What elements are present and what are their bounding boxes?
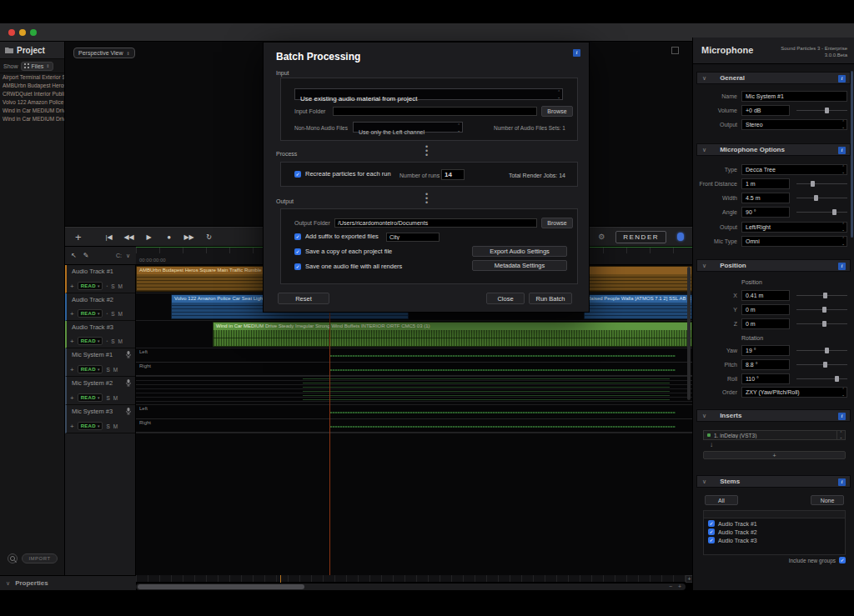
reset-button[interactable]: Reset <box>278 293 329 304</box>
file-list-item[interactable]: Volvo 122 Amazon Police C <box>0 98 64 107</box>
solo-button[interactable]: S <box>111 311 114 317</box>
checkbox-checked-icon[interactable]: ✓ <box>294 263 301 270</box>
checkbox-checked-icon[interactable]: ✓ <box>294 171 301 178</box>
x-slider[interactable] <box>796 293 847 298</box>
input-folder-field[interactable] <box>333 107 537 116</box>
checkbox-checked-icon[interactable]: ✓ <box>708 537 715 543</box>
run-batch-button[interactable]: Run Batch <box>529 293 572 304</box>
channel-lane[interactable]: Left <box>136 405 692 419</box>
info-icon[interactable]: i <box>838 75 846 83</box>
input-source-dropdown[interactable]: Use existing audio material from project… <box>294 88 563 100</box>
automation-read-button[interactable]: READ▾ <box>78 309 103 318</box>
automation-read-button[interactable]: READ▾ <box>78 282 103 290</box>
section-header-position[interactable]: ∨ Position i <box>696 259 851 272</box>
recreate-particles-checkbox-row[interactable]: ✓ Recreate particles for each run <box>294 170 391 178</box>
close-window-button[interactable] <box>8 29 15 36</box>
rotation-order-dropdown[interactable]: ZXY (Yaw/Pitch/Roll)⌃⌄ <box>741 387 847 398</box>
solo-button[interactable]: S <box>111 283 114 289</box>
settings-gear-icon[interactable]: ⚙ <box>598 233 605 241</box>
track-header-audio-2[interactable]: Audio Track #2 + READ▾ • S M <box>65 293 135 321</box>
zoom-in-icon[interactable]: + <box>678 583 681 590</box>
stems-none-button[interactable]: None <box>811 495 844 505</box>
zoom-out-icon[interactable]: − <box>669 583 672 590</box>
scrollbar-thumb[interactable] <box>138 584 304 589</box>
width-slider[interactable] <box>796 195 847 201</box>
info-icon[interactable]: i <box>838 147 846 154</box>
info-icon[interactable]: i <box>573 49 580 57</box>
track-header-mic-2[interactable]: Mic System #2 + READ▾ S M <box>65 377 135 405</box>
record-button[interactable]: ● <box>163 233 175 241</box>
add-automation-button[interactable]: + <box>70 283 74 290</box>
chevron-down-icon[interactable]: ∨ <box>702 147 706 153</box>
view-selector-dropdown[interactable]: Perspective View ⇕ <box>73 48 135 58</box>
automation-mode-dropdown[interactable]: C: <box>116 253 122 259</box>
draw-tool-icon[interactable]: ✎ <box>83 252 89 259</box>
play-button[interactable]: ▶ <box>143 233 155 241</box>
cursor-tool-icon[interactable]: ↖ <box>71 252 77 259</box>
files-dropdown[interactable]: Files ⇕ <box>21 62 53 71</box>
z-slider[interactable] <box>796 321 847 327</box>
expand-view-icon[interactable] <box>671 47 679 54</box>
file-list-item[interactable]: Wind in Car MEDIUM Drive <box>0 115 64 123</box>
automation-read-button[interactable]: READ▾ <box>78 365 103 373</box>
save-copy-checkbox-row[interactable]: ✓ Save a copy of each project file <box>294 248 392 255</box>
volume-field[interactable]: +0 dB <box>741 105 790 116</box>
stems-all-button[interactable]: All <box>705 495 738 505</box>
add-automation-button[interactable]: + <box>70 338 74 345</box>
add-automation-button[interactable]: + <box>70 394 74 402</box>
output-browse-button[interactable]: Browse <box>541 218 573 228</box>
mic-name-field[interactable]: Mic System #1 <box>741 91 847 102</box>
y-slider[interactable] <box>796 307 847 313</box>
chevron-down-icon[interactable]: ∨ <box>126 253 130 259</box>
loop-button[interactable]: ↻ <box>203 233 215 241</box>
channel-lane[interactable]: Left <box>136 348 692 363</box>
volume-slider[interactable] <box>796 108 847 113</box>
chevron-down-icon[interactable]: ∨ <box>702 413 706 419</box>
more-options-icon[interactable]: ••• <box>425 193 428 205</box>
checkbox-checked-icon[interactable]: ✓ <box>708 520 715 527</box>
mic-type-dropdown[interactable]: Decca Tree⌃⌄ <box>741 164 847 175</box>
save-one-file-checkbox-row[interactable]: ✓ Save one audio file with all renders <box>294 263 402 270</box>
roll-slider[interactable] <box>796 376 847 382</box>
angle-slider[interactable] <box>796 209 847 215</box>
yaw-field[interactable]: 19 ° <box>741 345 790 356</box>
channel-lane[interactable] <box>136 398 692 402</box>
track-header-audio-1[interactable]: Audio Track #1 + READ▾ • S M <box>65 265 135 293</box>
chevron-down-icon[interactable]: ∨ <box>702 75 706 82</box>
info-icon[interactable]: i <box>838 478 846 486</box>
search-icon[interactable] <box>8 553 18 563</box>
timeline-overview[interactable]: + <box>136 575 686 583</box>
section-header-general[interactable]: ∨ General i <box>696 72 851 84</box>
mute-button[interactable]: M <box>118 283 123 289</box>
mute-button[interactable]: M <box>113 367 118 373</box>
mute-button[interactable]: M <box>118 338 123 344</box>
file-list-item[interactable]: AMBUrbn Budapest Heros S <box>0 82 64 90</box>
channel-lane[interactable]: Right <box>136 363 692 376</box>
section-header-stems[interactable]: ∨ Stems i <box>696 475 851 488</box>
info-icon[interactable]: i <box>838 413 846 420</box>
y-field[interactable]: 0 m <box>741 304 790 315</box>
metadata-settings-button[interactable]: Metadata Settings <box>472 260 567 271</box>
automation-read-button[interactable]: READ▾ <box>78 393 103 402</box>
track-header-mic-1[interactable]: Mic System #1 + READ▾ S M <box>65 348 135 377</box>
rewind-button[interactable]: ◀◀ <box>123 233 135 241</box>
track-header-mic-3[interactable]: Mic System #3 + READ▾ S M <box>65 405 135 433</box>
info-icon[interactable]: i <box>838 263 846 270</box>
fast-forward-button[interactable]: ▶▶ <box>183 233 195 241</box>
output-dropdown[interactable]: Stereo⌃⌄ <box>741 119 847 130</box>
mic-output-dropdown[interactable]: Left/Right⌃⌄ <box>741 222 847 233</box>
stem-item[interactable]: ✓Audio Track #2 <box>704 527 845 535</box>
properties-bar[interactable]: ∨ Properties <box>0 575 136 590</box>
channel-lane[interactable]: Right <box>136 419 692 433</box>
angle-field[interactable]: 90 ° <box>741 207 790 218</box>
add-automation-button[interactable]: + <box>70 310 74 318</box>
chevron-down-icon[interactable]: ∨ <box>702 478 706 485</box>
solo-button[interactable]: S <box>106 367 109 373</box>
input-browse-button[interactable]: Browse <box>541 106 573 117</box>
import-button[interactable]: IMPORT <box>22 553 57 563</box>
insert-slot-1[interactable]: 1. inDelay (VST3) ⌃⌄ <box>703 430 846 440</box>
render-button[interactable]: RENDER <box>615 231 666 243</box>
more-options-icon[interactable]: ••• <box>425 145 428 158</box>
audio-clip[interactable]: Raised People Walla [ATMOS 7.1 2] SSL AB… <box>584 294 692 319</box>
go-to-start-button[interactable]: |◀ <box>103 233 115 241</box>
